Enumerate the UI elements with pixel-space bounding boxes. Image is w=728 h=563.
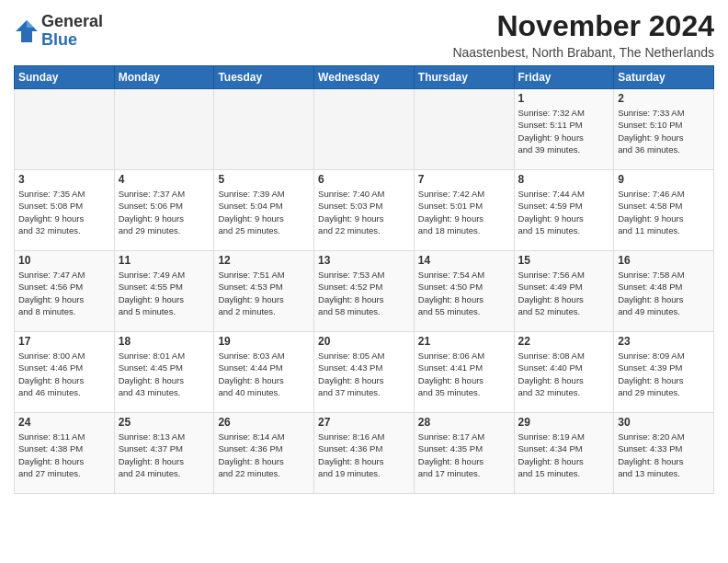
calendar-cell: 21Sunrise: 8:06 AM Sunset: 4:41 PM Dayli… xyxy=(414,332,514,413)
day-info: Sunrise: 7:35 AM Sunset: 5:08 PM Dayligh… xyxy=(18,188,110,236)
weekday-header-monday: Monday xyxy=(114,66,214,89)
day-info: Sunrise: 7:47 AM Sunset: 4:56 PM Dayligh… xyxy=(18,269,110,317)
logo-icon xyxy=(14,18,40,44)
day-number: 17 xyxy=(18,335,110,348)
day-number: 13 xyxy=(318,254,410,267)
day-info: Sunrise: 7:49 AM Sunset: 4:55 PM Dayligh… xyxy=(119,269,210,317)
day-info: Sunrise: 8:14 AM Sunset: 4:36 PM Dayligh… xyxy=(218,431,310,479)
logo-blue-text: Blue xyxy=(41,30,77,49)
day-number: 4 xyxy=(119,173,210,186)
weekday-header-sunday: Sunday xyxy=(15,66,115,89)
calendar-cell: 13Sunrise: 7:53 AM Sunset: 4:52 PM Dayli… xyxy=(314,251,415,332)
logo-general-text: General xyxy=(41,12,103,30)
day-info: Sunrise: 8:13 AM Sunset: 4:37 PM Dayligh… xyxy=(119,431,210,479)
calendar-cell: 29Sunrise: 8:19 AM Sunset: 4:34 PM Dayli… xyxy=(514,413,614,494)
logo: General Blue xyxy=(14,13,103,50)
day-number: 16 xyxy=(618,254,710,267)
day-info: Sunrise: 7:40 AM Sunset: 5:03 PM Dayligh… xyxy=(318,188,410,236)
calendar-cell: 18Sunrise: 8:01 AM Sunset: 4:45 PM Dayli… xyxy=(114,332,214,413)
day-number: 3 xyxy=(18,173,110,186)
day-number: 23 xyxy=(618,335,710,348)
calendar-cell: 16Sunrise: 7:58 AM Sunset: 4:48 PM Dayli… xyxy=(614,251,714,332)
day-number: 5 xyxy=(218,173,310,186)
day-info: Sunrise: 8:06 AM Sunset: 4:41 PM Dayligh… xyxy=(418,350,510,398)
day-info: Sunrise: 7:42 AM Sunset: 5:01 PM Dayligh… xyxy=(418,188,510,236)
weekday-header-tuesday: Tuesday xyxy=(214,66,314,89)
month-title: November 2024 xyxy=(452,9,714,43)
calendar-cell xyxy=(314,89,415,170)
calendar-cell: 3Sunrise: 7:35 AM Sunset: 5:08 PM Daylig… xyxy=(15,170,115,251)
calendar-week-row: 10Sunrise: 7:47 AM Sunset: 4:56 PM Dayli… xyxy=(15,251,714,332)
day-number: 25 xyxy=(119,416,210,429)
day-number: 30 xyxy=(618,416,710,429)
calendar-cell xyxy=(414,89,514,170)
day-number: 22 xyxy=(518,335,610,348)
calendar-cell: 22Sunrise: 8:08 AM Sunset: 4:40 PM Dayli… xyxy=(514,332,614,413)
day-number: 29 xyxy=(518,416,610,429)
day-info: Sunrise: 7:51 AM Sunset: 4:53 PM Dayligh… xyxy=(218,269,310,317)
day-info: Sunrise: 7:32 AM Sunset: 5:11 PM Dayligh… xyxy=(518,107,610,155)
svg-marker-1 xyxy=(27,20,34,28)
calendar-week-row: 24Sunrise: 8:11 AM Sunset: 4:38 PM Dayli… xyxy=(15,413,714,494)
title-area: November 2024 Naastenbest, North Brabant… xyxy=(452,9,714,60)
calendar-cell: 4Sunrise: 7:37 AM Sunset: 5:06 PM Daylig… xyxy=(114,170,214,251)
day-info: Sunrise: 7:53 AM Sunset: 4:52 PM Dayligh… xyxy=(318,269,410,317)
day-info: Sunrise: 7:56 AM Sunset: 4:49 PM Dayligh… xyxy=(518,269,610,317)
day-info: Sunrise: 8:08 AM Sunset: 4:40 PM Dayligh… xyxy=(518,350,610,398)
calendar-cell: 5Sunrise: 7:39 AM Sunset: 5:04 PM Daylig… xyxy=(214,170,314,251)
day-number: 18 xyxy=(119,335,210,348)
calendar-cell: 27Sunrise: 8:16 AM Sunset: 4:36 PM Dayli… xyxy=(314,413,415,494)
calendar-header-row: SundayMondayTuesdayWednesdayThursdayFrid… xyxy=(15,66,714,89)
day-info: Sunrise: 7:46 AM Sunset: 4:58 PM Dayligh… xyxy=(618,188,710,236)
calendar-week-row: 17Sunrise: 8:00 AM Sunset: 4:46 PM Dayli… xyxy=(15,332,714,413)
day-number: 24 xyxy=(18,416,110,429)
calendar-cell xyxy=(15,89,115,170)
calendar-cell: 19Sunrise: 8:03 AM Sunset: 4:44 PM Dayli… xyxy=(214,332,314,413)
calendar-cell: 17Sunrise: 8:00 AM Sunset: 4:46 PM Dayli… xyxy=(15,332,115,413)
calendar-cell: 9Sunrise: 7:46 AM Sunset: 4:58 PM Daylig… xyxy=(614,170,714,251)
day-info: Sunrise: 7:33 AM Sunset: 5:10 PM Dayligh… xyxy=(618,107,710,155)
calendar-table: SundayMondayTuesdayWednesdayThursdayFrid… xyxy=(14,65,714,494)
day-number: 27 xyxy=(318,416,410,429)
day-info: Sunrise: 8:03 AM Sunset: 4:44 PM Dayligh… xyxy=(218,350,310,398)
weekday-header-wednesday: Wednesday xyxy=(314,66,415,89)
day-number: 6 xyxy=(318,173,410,186)
calendar-cell: 1Sunrise: 7:32 AM Sunset: 5:11 PM Daylig… xyxy=(514,89,614,170)
day-info: Sunrise: 8:11 AM Sunset: 4:38 PM Dayligh… xyxy=(18,431,110,479)
calendar-cell: 10Sunrise: 7:47 AM Sunset: 4:56 PM Dayli… xyxy=(15,251,115,332)
day-number: 20 xyxy=(318,335,410,348)
day-info: Sunrise: 7:44 AM Sunset: 4:59 PM Dayligh… xyxy=(518,188,610,236)
calendar-cell: 12Sunrise: 7:51 AM Sunset: 4:53 PM Dayli… xyxy=(214,251,314,332)
day-number: 28 xyxy=(418,416,510,429)
day-number: 14 xyxy=(418,254,510,267)
calendar-week-row: 1Sunrise: 7:32 AM Sunset: 5:11 PM Daylig… xyxy=(15,89,714,170)
calendar-cell: 6Sunrise: 7:40 AM Sunset: 5:03 PM Daylig… xyxy=(314,170,415,251)
calendar-cell: 2Sunrise: 7:33 AM Sunset: 5:10 PM Daylig… xyxy=(614,89,714,170)
location-subtitle: Naastenbest, North Brabant, The Netherla… xyxy=(452,45,714,60)
calendar-cell: 20Sunrise: 8:05 AM Sunset: 4:43 PM Dayli… xyxy=(314,332,415,413)
header: General Blue November 2024 Naastenbest, … xyxy=(14,9,714,60)
calendar-week-row: 3Sunrise: 7:35 AM Sunset: 5:08 PM Daylig… xyxy=(15,170,714,251)
day-number: 11 xyxy=(119,254,210,267)
day-info: Sunrise: 7:54 AM Sunset: 4:50 PM Dayligh… xyxy=(418,269,510,317)
calendar-cell: 7Sunrise: 7:42 AM Sunset: 5:01 PM Daylig… xyxy=(414,170,514,251)
calendar-cell: 30Sunrise: 8:20 AM Sunset: 4:33 PM Dayli… xyxy=(614,413,714,494)
day-info: Sunrise: 7:39 AM Sunset: 5:04 PM Dayligh… xyxy=(218,188,310,236)
day-info: Sunrise: 8:09 AM Sunset: 4:39 PM Dayligh… xyxy=(618,350,710,398)
calendar-cell: 28Sunrise: 8:17 AM Sunset: 4:35 PM Dayli… xyxy=(414,413,514,494)
calendar-cell xyxy=(214,89,314,170)
weekday-header-friday: Friday xyxy=(514,66,614,89)
day-number: 8 xyxy=(518,173,610,186)
calendar-cell: 15Sunrise: 7:56 AM Sunset: 4:49 PM Dayli… xyxy=(514,251,614,332)
calendar-cell: 24Sunrise: 8:11 AM Sunset: 4:38 PM Dayli… xyxy=(15,413,115,494)
day-number: 26 xyxy=(218,416,310,429)
day-number: 19 xyxy=(218,335,310,348)
calendar-cell: 26Sunrise: 8:14 AM Sunset: 4:36 PM Dayli… xyxy=(214,413,314,494)
calendar-cell: 23Sunrise: 8:09 AM Sunset: 4:39 PM Dayli… xyxy=(614,332,714,413)
calendar-cell xyxy=(114,89,214,170)
day-info: Sunrise: 8:16 AM Sunset: 4:36 PM Dayligh… xyxy=(318,431,410,479)
day-number: 7 xyxy=(418,173,510,186)
calendar-cell: 8Sunrise: 7:44 AM Sunset: 4:59 PM Daylig… xyxy=(514,170,614,251)
weekday-header-thursday: Thursday xyxy=(414,66,514,89)
day-info: Sunrise: 8:17 AM Sunset: 4:35 PM Dayligh… xyxy=(418,431,510,479)
